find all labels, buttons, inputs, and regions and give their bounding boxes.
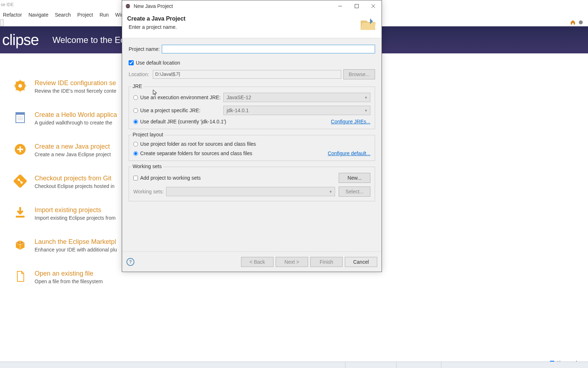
download-icon — [14, 206, 27, 219]
plus-circle-icon — [14, 143, 27, 156]
gear-icon — [14, 79, 27, 92]
dialog-header: Create a Java Project Enter a project na… — [122, 12, 382, 38]
welcome-header-text: Welcome to the Ecl — [52, 35, 126, 45]
welcome-item-review[interactable]: Review IDE configuration seReview the ID… — [14, 79, 117, 94]
minimize-button[interactable] — [332, 1, 348, 12]
git-icon — [14, 175, 27, 188]
working-sets-label: Working sets: — [133, 189, 164, 194]
welcome-desc: Open a file from the filesystem — [35, 279, 103, 284]
jre-project-specific-radio[interactable] — [133, 108, 138, 113]
refresh-icon[interactable] — [578, 19, 584, 25]
add-working-sets-label: Add project to working sets — [140, 175, 201, 181]
menu-project[interactable]: Project — [77, 12, 93, 18]
layout-root-radio[interactable] — [133, 142, 138, 146]
menu-refactor[interactable]: Refactor — [3, 12, 22, 18]
welcome-title: Open an existing file — [35, 270, 103, 277]
back-button: < Back — [241, 257, 273, 267]
svg-point-13 — [126, 4, 130, 8]
layout-separate-radio[interactable] — [133, 151, 138, 156]
jre-default-label: Use default JRE (currently 'jdk-14.0.1') — [140, 119, 226, 124]
welcome-title: Create a new Java project — [35, 143, 111, 150]
welcome-title: Review IDE configuration se — [35, 79, 116, 87]
folder-open-icon — [359, 16, 377, 33]
svg-rect-3 — [16, 113, 24, 115]
new-java-project-dialog: New Java Project Create a Java Project E… — [122, 0, 382, 272]
svg-point-1 — [18, 84, 22, 88]
status-bar — [0, 362, 588, 368]
dialog-titlebar[interactable]: New Java Project — [122, 0, 382, 12]
menu-search[interactable]: Search — [55, 12, 71, 18]
welcome-item-import[interactable]: Import existing projectsImport existing … — [14, 206, 117, 221]
working-sets-combo — [166, 187, 335, 196]
welcome-desc: Checkout Eclipse projects hosted in — [35, 183, 115, 189]
jre-legend: JRE — [131, 83, 143, 89]
project-name-input[interactable] — [162, 45, 375, 53]
working-sets-select-button: Select... — [339, 187, 370, 197]
dialog-header-subtitle: Enter a project name. — [127, 24, 359, 30]
welcome-items-list: Review IDE configuration seReview the ID… — [14, 79, 117, 302]
menu-run[interactable]: Run — [99, 12, 109, 18]
jre-exec-env-radio[interactable] — [133, 95, 138, 100]
welcome-desc: Import existing Eclipse projects from — [35, 215, 116, 221]
dialog-title: New Java Project — [134, 3, 332, 9]
location-label: Location: — [129, 71, 149, 77]
welcome-title: Import existing projects — [35, 206, 116, 214]
file-icon — [14, 270, 27, 283]
welcome-item-openfile[interactable]: Open an existing fileOpen a file from th… — [14, 270, 117, 284]
welcome-desc: Create a new Java Eclipse project — [35, 152, 111, 157]
cancel-button[interactable]: Cancel — [345, 257, 377, 267]
working-sets-group: Working sets Add project to working sets… — [129, 167, 375, 201]
svg-rect-12 — [16, 216, 24, 218]
welcome-desc: Enhance your IDE with additional plu — [35, 247, 117, 253]
welcome-title: Checkout projects from Git — [35, 175, 115, 182]
next-button: Next > — [276, 257, 308, 267]
project-name-label: Project name: — [129, 46, 160, 52]
add-working-sets-checkbox[interactable] — [133, 176, 138, 180]
dialog-footer: ? < Back Next > Finish Cancel — [122, 251, 382, 272]
menu-navigate[interactable]: Navigate — [28, 12, 48, 18]
dialog-body: Project name: Use default location Locat… — [122, 38, 382, 251]
jre-exec-env-combo: JavaSE-12 — [223, 93, 370, 102]
use-default-location-checkbox[interactable] — [129, 60, 134, 65]
svg-rect-16 — [355, 4, 358, 8]
jre-project-specific-label: Use a project specific JRE: — [140, 108, 223, 113]
eclipse-logo: clipse — [0, 31, 39, 49]
close-button[interactable] — [365, 1, 382, 12]
eclipse-icon — [125, 3, 131, 9]
dialog-header-title: Create a Java Project — [127, 16, 359, 22]
jre-group: JRE Use an execution environment JRE: Ja… — [129, 87, 375, 129]
package-icon — [14, 238, 27, 251]
welcome-item-hello[interactable]: Create a Hello World applicaA guided wal… — [14, 111, 117, 126]
location-input — [153, 70, 341, 79]
welcome-item-newproject[interactable]: Create a new Java projectCreate a new Ja… — [14, 143, 117, 157]
jre-project-specific-combo: jdk-14.0.1 — [223, 106, 370, 115]
project-layout-legend: Project layout — [131, 132, 165, 137]
layout-root-label: Use project folder as root for sources a… — [140, 141, 256, 147]
maximize-button[interactable] — [348, 1, 365, 12]
finish-button: Finish — [310, 257, 343, 267]
use-default-location-label: Use default location — [136, 60, 180, 66]
browse-button: Browse... — [343, 69, 375, 79]
configure-jres-link[interactable]: Configure JREs... — [331, 119, 370, 124]
project-layout-group: Project layout Use project folder as roo… — [129, 135, 375, 161]
welcome-desc: Review the IDE's most fiercely conte — [35, 88, 116, 94]
working-sets-legend: Working sets — [131, 163, 163, 169]
welcome-item-marketplace[interactable]: Launch the Eclipse MarketplEnhance your … — [14, 238, 117, 253]
jre-default-radio[interactable] — [133, 119, 138, 124]
notepad-icon — [14, 111, 27, 124]
welcome-tab[interactable] — [0, 19, 4, 26]
welcome-item-git[interactable]: Checkout projects from GitCheckout Eclip… — [14, 175, 117, 189]
help-icon[interactable]: ? — [126, 258, 134, 266]
layout-separate-label: Create separate folders for sources and … — [140, 150, 252, 156]
welcome-desc: A guided walkthrough to create the — [35, 120, 117, 126]
jre-exec-env-label: Use an execution environment JRE: — [140, 95, 223, 100]
working-sets-new-button[interactable]: New... — [339, 173, 370, 183]
welcome-title: Launch the Eclipse Marketpl — [35, 238, 117, 246]
configure-default-link[interactable]: Configure default... — [328, 150, 370, 156]
welcome-title: Create a Hello World applica — [35, 111, 117, 119]
home-icon[interactable] — [570, 19, 576, 25]
